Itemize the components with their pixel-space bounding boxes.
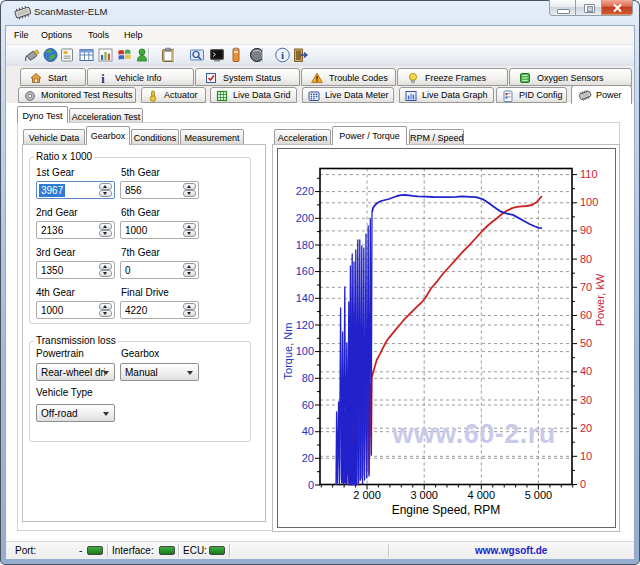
svg-text:180: 180 xyxy=(296,239,314,251)
svg-text:90: 90 xyxy=(580,224,592,236)
svg-text:50: 50 xyxy=(580,337,592,349)
svg-text:20: 20 xyxy=(302,452,314,464)
svg-text:140: 140 xyxy=(296,292,314,304)
svg-text:100: 100 xyxy=(580,196,598,208)
svg-text:Torque, Nm: Torque, Nm xyxy=(282,323,294,380)
svg-text:i: i xyxy=(101,72,105,84)
svg-text:2 000: 2 000 xyxy=(353,489,381,501)
svg-text:160: 160 xyxy=(296,265,314,277)
svg-text:100: 100 xyxy=(296,345,314,357)
svg-text:40: 40 xyxy=(302,425,314,437)
svg-text:40: 40 xyxy=(580,365,592,377)
svg-text:5 000: 5 000 xyxy=(525,489,553,501)
svg-text:70: 70 xyxy=(580,281,592,293)
svg-text:0: 0 xyxy=(308,479,314,491)
svg-text:20: 20 xyxy=(580,422,592,434)
svg-text:www.60-2.ru: www.60-2.ru xyxy=(391,419,556,449)
svg-text:30: 30 xyxy=(580,394,592,406)
svg-text:220: 220 xyxy=(296,185,314,197)
svg-text:60: 60 xyxy=(302,399,314,411)
svg-text:i: i xyxy=(281,49,284,61)
svg-text:80: 80 xyxy=(580,253,592,265)
svg-text:120: 120 xyxy=(296,319,314,331)
svg-text:200: 200 xyxy=(296,212,314,224)
svg-text:4 000: 4 000 xyxy=(468,489,496,501)
svg-text:0: 0 xyxy=(580,478,586,490)
svg-text:110: 110 xyxy=(580,168,598,180)
svg-text:60: 60 xyxy=(580,309,592,321)
svg-text:3 000: 3 000 xyxy=(410,489,438,501)
svg-text:Engine Speed, RPM: Engine Speed, RPM xyxy=(392,503,501,517)
svg-text:Power, kW: Power, kW xyxy=(594,273,606,326)
svg-text:80: 80 xyxy=(302,372,314,384)
svg-text:10: 10 xyxy=(580,450,592,462)
